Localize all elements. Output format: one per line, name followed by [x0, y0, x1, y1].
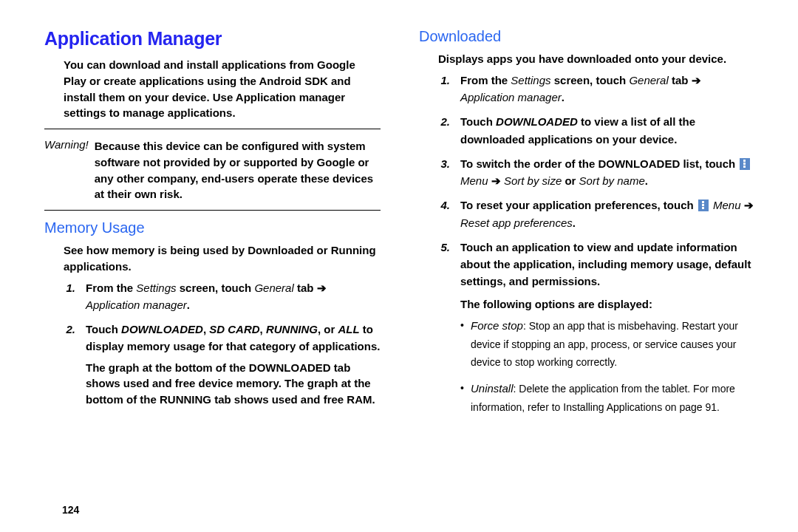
step-number: 1. [64, 279, 75, 314]
downloaded-step-3: 3. To switch the order of the DOWNLOADED… [438, 155, 755, 190]
page-number: 124 [62, 504, 79, 516]
option-uninstall: Uninstall: Delete the application from t… [460, 379, 755, 417]
downloaded-steps: 1. From the Settings screen, touch Gener… [438, 72, 755, 290]
step-text: From the Settings screen, touch General … [86, 279, 381, 314]
memory-step-1: 1. From the Settings screen, touch Gener… [64, 279, 381, 314]
downloaded-step-5: 5. Touch an application to view and upda… [438, 239, 755, 290]
divider [44, 210, 381, 211]
warning-label: Warning! [44, 138, 89, 202]
memory-steps: 1. From the Settings screen, touch Gener… [64, 279, 381, 355]
step-text: To switch the order of the DOWNLOADED li… [460, 155, 755, 190]
step-number: 5. [438, 239, 450, 290]
step-text: Touch an application to view and update … [460, 239, 755, 290]
step-text: Touch DOWNLOADED to view a list of all t… [460, 113, 755, 148]
memory-intro: See how memory is being used by Download… [44, 242, 381, 275]
step-number: 1. [438, 72, 450, 106]
downloaded-step-4: 4. To reset your application preferences… [438, 197, 755, 231]
downloaded-step-1: 1. From the Settings screen, touch Gener… [438, 72, 755, 106]
downloaded-heading: Downloaded [419, 28, 755, 45]
step-text: To reset your application preferences, t… [460, 197, 755, 231]
step-number: 4. [438, 197, 450, 231]
right-column: Downloaded Displays apps you have downlo… [400, 28, 763, 532]
step-text: From the Settings screen, touch General … [460, 72, 755, 106]
menu-icon [698, 200, 709, 211]
downloaded-intro: Displays apps you have downloaded onto y… [419, 51, 755, 67]
main-heading: Application Manager [44, 28, 381, 50]
menu-icon [740, 158, 750, 170]
options-intro: The following options are displayed: [460, 298, 755, 310]
downloaded-step-2: 2. Touch DOWNLOADED to view a list of al… [438, 113, 755, 148]
step-number: 2. [438, 113, 450, 148]
intro-paragraph: You can download and install application… [44, 57, 381, 121]
step-number: 3. [438, 155, 450, 190]
left-column: Application Manager You can download and… [30, 28, 400, 532]
memory-step-2: 2. Touch DOWNLOADED, SD CARD, RUNNING, o… [64, 321, 381, 355]
step-text: Touch DOWNLOADED, SD CARD, RUNNING, or A… [86, 321, 381, 355]
memory-note: The graph at the bottom of the DOWNLOADE… [86, 360, 381, 408]
warning-text: Because this device can be configured wi… [95, 138, 381, 202]
warning-block: Warning! Because this device can be conf… [44, 138, 381, 202]
option-force-stop: Force stop: Stop an app that is misbehav… [460, 316, 755, 372]
memory-usage-heading: Memory Usage [44, 219, 381, 236]
divider [44, 129, 381, 129]
options-list: Force stop: Stop an app that is misbehav… [460, 316, 755, 417]
cross-reference: Installing Applications [563, 401, 662, 413]
step-number: 2. [64, 321, 75, 355]
